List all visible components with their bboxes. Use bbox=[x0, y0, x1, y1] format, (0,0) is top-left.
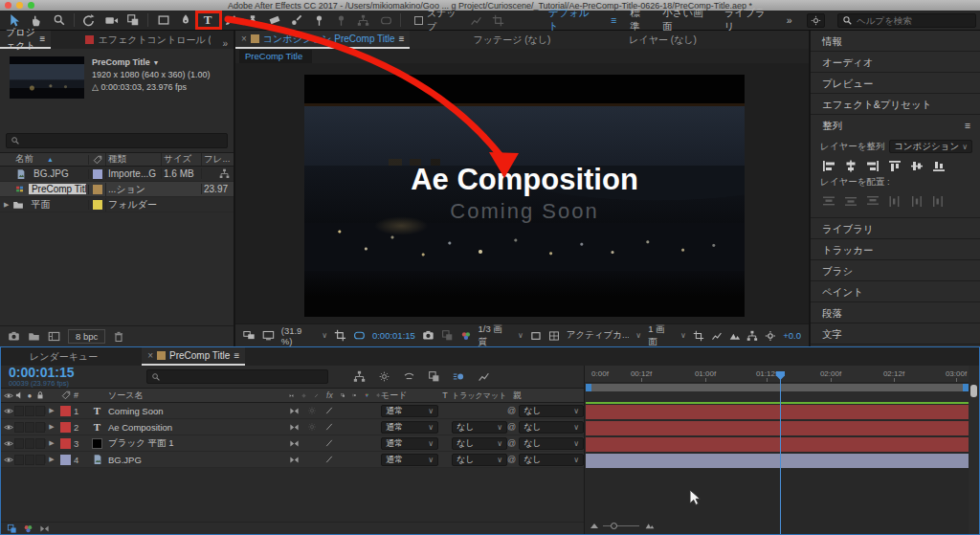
expand-in-out-icon[interactable] bbox=[39, 524, 50, 534]
collapse-icon[interactable] bbox=[307, 422, 317, 432]
transparency-grid-icon[interactable] bbox=[548, 330, 560, 342]
tab-effect-controls[interactable]: エフェクトコントロール ( bbox=[79, 31, 216, 49]
align-right-button[interactable] bbox=[866, 160, 880, 172]
video-column-icon[interactable] bbox=[4, 390, 13, 401]
delete-icon[interactable] bbox=[113, 331, 124, 343]
workspace-settings-button[interactable] bbox=[807, 13, 825, 28]
work-area-end-handle[interactable] bbox=[963, 384, 969, 391]
panel-tracker[interactable]: トラッカー bbox=[811, 239, 980, 260]
pixel-aspect-icon[interactable] bbox=[693, 330, 704, 342]
chevron-down-icon[interactable]: ∨ bbox=[635, 331, 641, 340]
align-top-button[interactable] bbox=[888, 160, 902, 172]
layer-name[interactable]: ブラック 平面 1 bbox=[106, 437, 285, 450]
align-bottom-button[interactable] bbox=[932, 160, 946, 172]
panel-menu-icon[interactable]: ≡ bbox=[399, 33, 405, 44]
panel-library[interactable]: ライブラリ bbox=[811, 218, 980, 239]
new-folder-icon[interactable] bbox=[28, 330, 40, 343]
layer-bar-1[interactable] bbox=[586, 405, 969, 419]
work-area-bar[interactable] bbox=[586, 384, 969, 391]
distribute-bottom-button[interactable] bbox=[866, 195, 880, 208]
resolution-value[interactable]: 1/3 画質 bbox=[478, 323, 511, 348]
workspace-overflow-icon[interactable]: » bbox=[787, 14, 792, 26]
viewer-timecode[interactable]: 0:00:01:15 bbox=[372, 330, 415, 341]
track-matte-column[interactable]: トラックマット bbox=[452, 390, 507, 401]
hide-shy-layers-icon[interactable] bbox=[403, 370, 415, 383]
distribute-left-button[interactable] bbox=[888, 195, 902, 208]
layer-name[interactable]: Coming Soon bbox=[106, 406, 285, 416]
pan-behind-tool-button[interactable] bbox=[122, 11, 144, 30]
draw-icon[interactable] bbox=[324, 438, 334, 448]
visibility-eye-icon[interactable] bbox=[4, 406, 13, 416]
panel-info[interactable]: 情報 bbox=[811, 31, 980, 52]
layer-name[interactable]: BG.JPG bbox=[106, 455, 285, 465]
roto-brush-tool-button[interactable] bbox=[286, 11, 307, 30]
expand-icon[interactable]: ▶ bbox=[45, 407, 57, 414]
column-type[interactable]: 種類 bbox=[105, 153, 161, 166]
blend-mode-dropdown[interactable]: 通常∨ bbox=[381, 405, 438, 417]
panel-brushes[interactable]: ブラシ bbox=[811, 260, 980, 281]
draw-icon[interactable] bbox=[324, 406, 334, 415]
panel-effects-presets[interactable]: エフェクト&プリセット bbox=[811, 94, 980, 115]
expand-icon[interactable]: ▶ bbox=[45, 423, 57, 431]
distribute-center-h-button[interactable] bbox=[910, 195, 924, 208]
preserve-transparency-column[interactable]: T bbox=[438, 390, 452, 400]
layer-label-color[interactable] bbox=[60, 438, 71, 449]
parent-dropdown[interactable]: なし∨ bbox=[519, 437, 584, 450]
distribute-right-button[interactable] bbox=[932, 195, 946, 208]
workspace-tab-library[interactable]: ライブラリ bbox=[724, 7, 773, 33]
snap-toggle[interactable]: スナップ bbox=[414, 7, 464, 33]
workspace-tab-default[interactable]: デフォルト bbox=[548, 7, 597, 33]
shape-tool-button[interactable] bbox=[152, 11, 173, 30]
expand-layer-switches-icon[interactable] bbox=[7, 524, 17, 534]
pen-tool-button[interactable] bbox=[175, 11, 196, 30]
pickwhip-icon[interactable]: @ bbox=[507, 422, 516, 432]
blend-mode-dropdown[interactable]: 通常∨ bbox=[381, 437, 438, 450]
column-framerate[interactable]: フレ... bbox=[201, 153, 234, 166]
panel-overflow-icon[interactable]: » bbox=[216, 38, 234, 49]
tab-composition[interactable]: × コンポジション PreComp Title ≡ bbox=[235, 31, 410, 49]
tab-project[interactable]: プロジェクト ≡ bbox=[0, 31, 51, 49]
layer-row-3[interactable]: ▶ 3 ブラック 平面 1 通常∨ なし∨ @なし∨ bbox=[1, 435, 584, 452]
draft-3d-icon[interactable] bbox=[378, 370, 390, 383]
snap-checkbox[interactable] bbox=[414, 16, 423, 25]
layer-bar-2[interactable] bbox=[586, 421, 969, 435]
label-color[interactable] bbox=[93, 200, 102, 210]
quality-icon[interactable] bbox=[289, 438, 300, 449]
lasso-tool-button[interactable] bbox=[375, 11, 396, 30]
workspace-tab-small-screen[interactable]: 小さい画面 bbox=[662, 7, 710, 33]
quality-icon[interactable] bbox=[289, 422, 300, 433]
expand-icon[interactable]: ▶ bbox=[45, 439, 57, 447]
timeline-search-field[interactable] bbox=[146, 369, 328, 384]
always-preview-icon[interactable] bbox=[243, 329, 256, 342]
zoom-in-mountain-icon[interactable] bbox=[644, 521, 656, 530]
label-color[interactable] bbox=[93, 185, 102, 194]
layer-name[interactable]: Ae Composition bbox=[106, 422, 285, 433]
draw-icon[interactable] bbox=[324, 455, 334, 464]
breadcrumb[interactable]: PreComp Title bbox=[239, 50, 312, 63]
expand-transfer-controls-icon[interactable] bbox=[23, 524, 33, 534]
flowchart-icon[interactable] bbox=[746, 330, 758, 342]
show-channel-icon[interactable] bbox=[460, 330, 472, 342]
project-row-bgjpg[interactable]: BG.JPG Importe...G 1.6 MB bbox=[0, 167, 234, 182]
expand-icon[interactable]: ▶ bbox=[45, 456, 57, 463]
expand-icon[interactable]: ▶ bbox=[4, 201, 9, 209]
snap-options-icon[interactable] bbox=[465, 11, 486, 30]
panel-align-header[interactable]: 整列 ≡ bbox=[811, 115, 980, 136]
distribute-center-v-button[interactable] bbox=[844, 195, 858, 208]
exposure-reset-icon[interactable] bbox=[765, 330, 776, 342]
label-color[interactable] bbox=[93, 169, 102, 179]
snapshot-icon[interactable] bbox=[422, 329, 434, 342]
align-left-button[interactable] bbox=[822, 160, 835, 172]
zoom-tool-button[interactable] bbox=[49, 11, 70, 30]
parent-dropdown[interactable]: なし∨ bbox=[519, 421, 584, 434]
safe-margins-icon[interactable] bbox=[334, 329, 346, 342]
track-matte-dropdown[interactable]: なし∨ bbox=[452, 454, 507, 466]
fast-preview-icon[interactable] bbox=[711, 330, 723, 342]
project-row-precomp[interactable]: PreComp Title ...ション 23.97 bbox=[0, 182, 234, 197]
chevron-down-icon[interactable]: ∨ bbox=[322, 331, 327, 340]
lock-column-icon[interactable] bbox=[35, 390, 45, 401]
tab-layer[interactable]: レイヤー (なし) bbox=[623, 31, 702, 49]
parent-dropdown[interactable]: なし∨ bbox=[519, 405, 584, 417]
puppet-overlap-tool-button[interactable] bbox=[330, 11, 351, 30]
current-time-display[interactable]: 0:00:01:15 00039 (23.976 fps) bbox=[1, 367, 104, 388]
